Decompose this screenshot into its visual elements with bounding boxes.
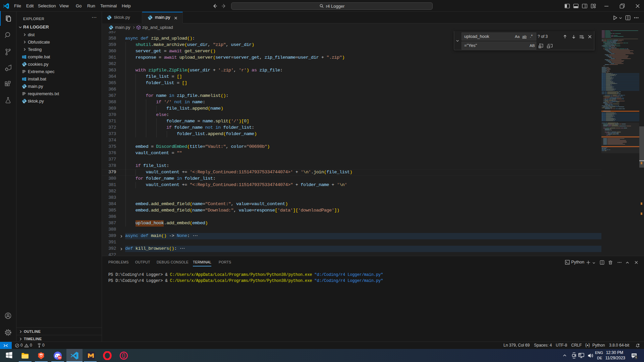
svg-text:6: 6 <box>636 356 637 359</box>
svg-text:9+: 9+ <box>58 356 61 359</box>
svg-text:b: b <box>539 46 541 48</box>
